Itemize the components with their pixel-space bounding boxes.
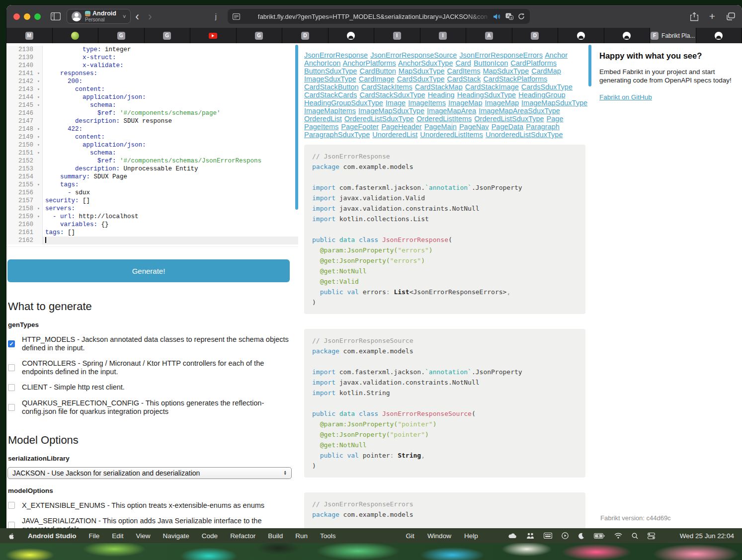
checkbox-unchecked[interactable] bbox=[8, 522, 15, 528]
browser-tab[interactable]: D bbox=[512, 28, 559, 43]
modeloptions-option[interactable]: JAVA_SERIALIZATION - This option adds Ja… bbox=[8, 517, 293, 528]
schema-anchor-link[interactable]: MapSduxType bbox=[483, 67, 529, 75]
schema-anchor-link[interactable]: JsonErrorResponse bbox=[304, 51, 368, 59]
menu-item-git[interactable]: Git bbox=[406, 532, 414, 540]
schema-anchor-link[interactable]: CardImage bbox=[359, 75, 395, 83]
browser-tab[interactable]: D bbox=[282, 28, 329, 43]
menu-item-code[interactable]: Code bbox=[202, 532, 218, 540]
fold-arrow-icon[interactable]: ▾ bbox=[35, 149, 43, 157]
checkbox-unchecked[interactable] bbox=[8, 404, 15, 411]
schema-anchor-link[interactable]: MapSduxType bbox=[399, 67, 445, 75]
schema-anchor-link[interactable]: CardStackCards bbox=[304, 91, 357, 99]
browser-tab-active[interactable]: FFabrikt Pla... bbox=[650, 28, 696, 43]
schema-anchor-link[interactable]: ImageMap bbox=[485, 99, 519, 107]
menu-item-tools[interactable]: Tools bbox=[320, 532, 336, 540]
translate-icon[interactable]: Aa bbox=[505, 13, 513, 20]
editor-line[interactable]: 2160 variables: {} bbox=[6, 221, 298, 229]
back-button[interactable]: ‹ bbox=[131, 11, 144, 22]
editor-line[interactable]: 2147 description: SDUX response bbox=[6, 117, 298, 125]
schema-anchor-link[interactable]: HeadingGroupSduxType bbox=[304, 99, 383, 107]
fold-arrow-icon[interactable]: ▾ bbox=[35, 141, 43, 149]
menu-item-file[interactable]: File bbox=[88, 532, 99, 540]
editor-line[interactable]: 2154 summary: SDUX Page bbox=[6, 173, 298, 181]
schema-anchor-link[interactable]: AnchorPlatforms bbox=[343, 59, 396, 67]
fold-arrow-icon[interactable]: ▾ bbox=[35, 78, 43, 85]
schema-anchor-link[interactable]: CardStackButton bbox=[304, 83, 359, 91]
share-icon[interactable] bbox=[690, 12, 698, 21]
gentypes-option[interactable]: QUARKUS_REFLECTION_CONFIG - This options… bbox=[8, 399, 293, 416]
menu-item-run[interactable]: Run bbox=[295, 532, 308, 540]
schema-anchor-link[interactable]: CardStackItems bbox=[361, 83, 412, 91]
schema-anchor-link[interactable]: CardStack bbox=[447, 75, 481, 83]
editor-line[interactable]: 2146 $ref: '#/components/schemas/page' bbox=[6, 109, 298, 117]
menu-item-build[interactable]: Build bbox=[268, 532, 283, 540]
schema-anchor-link[interactable]: CardButton bbox=[359, 67, 396, 75]
schema-anchor-link[interactable]: Heading bbox=[428, 91, 455, 99]
browser-tab[interactable] bbox=[53, 28, 99, 43]
fold-arrow-icon[interactable]: ▾ bbox=[35, 101, 43, 109]
schema-anchor-link[interactable]: OrderedListItems bbox=[416, 115, 472, 123]
schema-anchor-link[interactable]: ImageMapSduxType bbox=[521, 99, 587, 107]
fold-arrow-icon[interactable]: ▾ bbox=[35, 181, 43, 189]
url-text[interactable]: fabrikt.fly.dev/?genTypes=HTTP_MODELS&se… bbox=[258, 13, 493, 20]
fold-arrow-icon[interactable]: ▾ bbox=[35, 213, 43, 221]
fabrikt-github-link[interactable]: Fabrikt on GitHub bbox=[599, 93, 652, 101]
browser-tab[interactable] bbox=[190, 28, 237, 43]
editor-line[interactable]: 2149▾ content: bbox=[6, 133, 298, 141]
schema-anchor-link[interactable]: ParagraphSduxType bbox=[304, 131, 370, 139]
profile-switcher[interactable]: Android Personal ˅ bbox=[67, 9, 131, 24]
schema-anchor-link[interactable]: Image bbox=[386, 99, 406, 107]
schema-anchor-link[interactable]: CardStackMap bbox=[415, 83, 463, 91]
new-tab-icon[interactable]: + bbox=[709, 10, 715, 22]
gentypes-option[interactable]: CONTROLLERS - Spring / Micronaut / Ktor … bbox=[8, 359, 293, 376]
menu-item-navigate[interactable]: Navigate bbox=[163, 532, 189, 540]
browser-tab[interactable]: A bbox=[466, 28, 512, 43]
browser-tab[interactable] bbox=[558, 28, 604, 43]
minimize-window-button[interactable] bbox=[24, 13, 30, 20]
schema-anchor-link[interactable]: PageHeader bbox=[381, 123, 421, 131]
schema-anchor-link[interactable]: ButtonSduxType bbox=[304, 67, 357, 75]
do-not-disturb-moon-icon[interactable] bbox=[578, 533, 584, 539]
schema-anchor-link[interactable]: PageFooter bbox=[341, 123, 379, 131]
yaml-editor[interactable]: 2138 type: integer2139 x-struct:2140 x-v… bbox=[6, 43, 298, 247]
fold-arrow-icon[interactable]: ▾ bbox=[35, 70, 43, 78]
screen-time-icon[interactable] bbox=[526, 533, 534, 539]
schema-anchor-link[interactable]: CardSduxType bbox=[397, 75, 445, 83]
browser-tab[interactable] bbox=[696, 28, 742, 43]
forward-button[interactable]: › bbox=[144, 11, 157, 22]
editor-line[interactable]: 2156 - sdux bbox=[6, 189, 298, 197]
checkbox-unchecked[interactable] bbox=[8, 364, 15, 371]
keyboard-icon[interactable] bbox=[544, 533, 552, 539]
modeloptions-option[interactable]: X_EXTENSIBLE_ENUMS - This option treats … bbox=[8, 501, 293, 510]
browser-tab[interactable] bbox=[604, 28, 651, 43]
schema-anchor-link[interactable]: CardStackPlatforms bbox=[483, 75, 547, 83]
left-scrollbar-thumb[interactable] bbox=[295, 45, 298, 210]
generate-button[interactable]: Generate! bbox=[7, 259, 290, 282]
menu-app-name[interactable]: Android Studio bbox=[28, 532, 76, 540]
menu-item-edit[interactable]: Edit bbox=[112, 532, 123, 540]
schema-anchor-link[interactable]: OrderedListSduxType bbox=[344, 115, 414, 123]
editor-line[interactable]: 2157security: [] bbox=[6, 197, 298, 205]
fold-arrow-icon[interactable]: ▾ bbox=[35, 205, 43, 213]
schema-anchor-link[interactable]: UnorderedListItems bbox=[420, 131, 483, 139]
schema-anchor-link[interactable]: PageData bbox=[492, 123, 524, 131]
editor-line[interactable]: 2142▾ 200: bbox=[6, 78, 298, 85]
editor-line[interactable]: 2155▾ tags: bbox=[6, 181, 298, 189]
tab-overview-icon[interactable] bbox=[726, 12, 735, 20]
menu-clock[interactable]: Wed 25 Jun 22:04 bbox=[680, 532, 734, 540]
zoom-window-button[interactable] bbox=[34, 13, 41, 20]
browser-tab[interactable]: G bbox=[145, 28, 191, 43]
menu-item-view[interactable]: View bbox=[136, 532, 151, 540]
battery-icon[interactable] bbox=[594, 533, 605, 539]
search-icon[interactable] bbox=[632, 533, 638, 539]
browser-tab[interactable]: G bbox=[98, 28, 145, 43]
schema-anchor-link[interactable]: ImageMapAreaSduxType bbox=[479, 107, 560, 115]
schema-anchor-link[interactable]: ImageMapItems bbox=[304, 107, 356, 115]
schema-anchor-link[interactable]: CardStackImage bbox=[465, 83, 519, 91]
editor-line[interactable]: 2141▾ responses: bbox=[6, 70, 298, 78]
schema-anchor-link[interactable]: JsonErrorResponseErrors bbox=[459, 51, 543, 59]
schema-anchor-link[interactable]: OrderedListSduxType bbox=[474, 115, 544, 123]
editor-line[interactable]: 2139 x-struct: bbox=[6, 54, 298, 62]
browser-tab[interactable]: I bbox=[420, 28, 467, 43]
address-bar[interactable]: fabrikt.fly.dev/?genTypes=HTTP_MODELS&se… bbox=[228, 9, 530, 24]
